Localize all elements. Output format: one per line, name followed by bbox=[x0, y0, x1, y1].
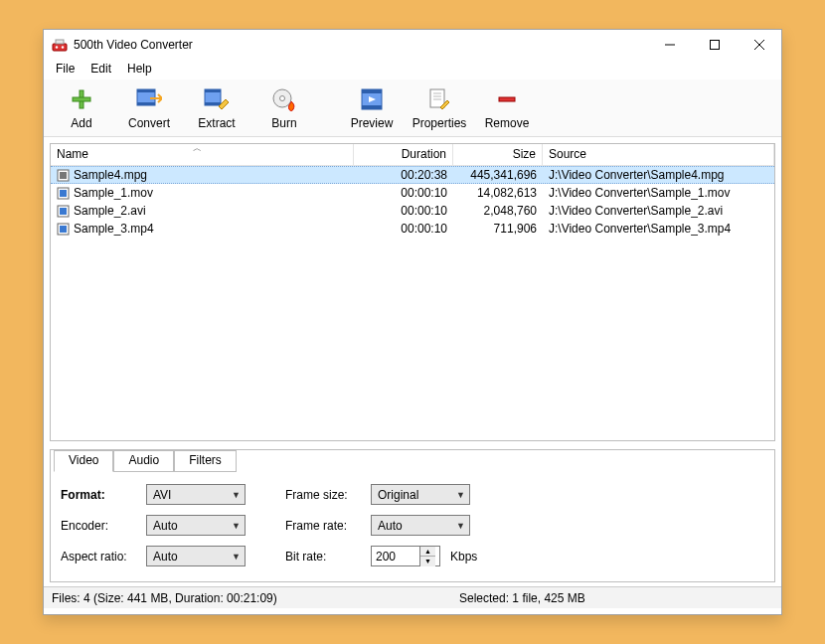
add-button[interactable]: Add bbox=[48, 81, 115, 135]
file-icon bbox=[57, 187, 70, 200]
encoder-combo[interactable]: Auto▼ bbox=[146, 515, 246, 536]
status-selected: Selected: 1 file, 425 MB bbox=[429, 591, 773, 605]
column-source[interactable]: Source bbox=[543, 144, 774, 165]
maximize-button[interactable] bbox=[692, 31, 737, 59]
column-name[interactable]: Name︿ bbox=[51, 144, 354, 165]
table-row[interactable]: Sample_2.avi00:00:102,048,760J:\Video Co… bbox=[51, 202, 774, 220]
spinner-down-icon[interactable]: ▼ bbox=[420, 557, 435, 566]
film-preview-icon bbox=[358, 85, 386, 113]
bitrate-unit: Kbps bbox=[450, 550, 477, 564]
remove-button[interactable]: Remove bbox=[473, 81, 541, 135]
format-value: AVI bbox=[153, 488, 171, 502]
bitrate-field[interactable] bbox=[372, 550, 419, 564]
column-name-label: Name bbox=[57, 147, 88, 161]
svg-rect-20 bbox=[362, 105, 382, 109]
file-name: Sample_1.mov bbox=[74, 186, 153, 200]
svg-rect-22 bbox=[430, 89, 444, 107]
svg-point-1 bbox=[56, 46, 58, 48]
file-duration: 00:20:38 bbox=[354, 167, 453, 183]
tab-filters[interactable]: Filters bbox=[174, 450, 237, 472]
minus-icon bbox=[493, 85, 521, 113]
convert-button[interactable]: Convert bbox=[115, 81, 183, 135]
extract-label: Extract bbox=[198, 116, 235, 130]
file-size: 14,082,613 bbox=[453, 185, 543, 201]
file-icon bbox=[57, 205, 70, 218]
plus-icon bbox=[68, 85, 95, 113]
encoder-label: Encoder: bbox=[61, 519, 140, 533]
spinner-up-icon[interactable]: ▲ bbox=[420, 547, 435, 557]
table-row[interactable]: Sample4.mpg00:20:38445,341,696J:\Video C… bbox=[51, 166, 774, 184]
bitrate-spinner[interactable]: ▲▼ bbox=[419, 547, 435, 566]
table-row[interactable]: Sample_1.mov00:00:1014,082,613J:\Video C… bbox=[51, 184, 774, 202]
svg-point-2 bbox=[62, 46, 64, 48]
tab-video[interactable]: Video bbox=[54, 450, 113, 472]
list-body[interactable]: Sample4.mpg00:20:38445,341,696J:\Video C… bbox=[51, 166, 774, 440]
extract-button[interactable]: Extract bbox=[183, 81, 250, 135]
file-size: 711,906 bbox=[453, 221, 543, 237]
menu-file[interactable]: File bbox=[48, 60, 82, 80]
file-size: 2,048,760 bbox=[453, 203, 543, 219]
file-icon bbox=[57, 169, 70, 182]
tabs-strip: Video Audio Filters bbox=[54, 449, 774, 471]
chevron-down-icon: ▼ bbox=[456, 490, 465, 500]
add-label: Add bbox=[71, 116, 91, 130]
file-duration: 00:00:10 bbox=[354, 203, 453, 219]
format-label: Format: bbox=[61, 488, 140, 502]
svg-rect-34 bbox=[60, 226, 67, 233]
file-duration: 00:00:10 bbox=[354, 185, 453, 201]
chevron-down-icon: ▼ bbox=[456, 521, 465, 531]
framesize-value: Original bbox=[378, 488, 418, 502]
properties-button[interactable]: Properties bbox=[406, 81, 473, 135]
format-combo[interactable]: AVI▼ bbox=[146, 484, 246, 505]
aspect-label: Aspect ratio: bbox=[61, 550, 140, 564]
file-source: J:\Video Converter\Sample_3.mp4 bbox=[543, 221, 774, 237]
file-icon bbox=[57, 223, 70, 236]
tab-audio[interactable]: Audio bbox=[113, 450, 174, 472]
framesize-combo[interactable]: Original▼ bbox=[371, 484, 470, 505]
sort-indicator-icon: ︿ bbox=[193, 142, 202, 155]
svg-rect-30 bbox=[60, 190, 67, 197]
menu-edit[interactable]: Edit bbox=[82, 60, 119, 80]
film-convert-icon bbox=[135, 85, 163, 113]
titlebar: 500th Video Converter bbox=[44, 30, 781, 60]
disc-burn-icon bbox=[270, 85, 298, 113]
svg-rect-14 bbox=[205, 89, 221, 92]
preview-button[interactable]: Preview bbox=[338, 81, 406, 135]
convert-label: Convert bbox=[128, 116, 170, 130]
menu-help[interactable]: Help bbox=[119, 60, 160, 80]
column-size[interactable]: Size bbox=[453, 144, 543, 165]
framerate-value: Auto bbox=[378, 519, 403, 533]
svg-rect-19 bbox=[362, 89, 382, 93]
svg-rect-12 bbox=[137, 102, 155, 105]
svg-rect-32 bbox=[60, 208, 67, 215]
svg-rect-11 bbox=[137, 89, 155, 92]
aspect-value: Auto bbox=[153, 550, 178, 564]
status-summary: Files: 4 (Size: 441 MB, Duration: 00:21:… bbox=[52, 591, 429, 605]
minimize-button[interactable] bbox=[647, 31, 692, 59]
properties-icon bbox=[425, 85, 453, 113]
table-row[interactable]: Sample_3.mp400:00:10711,906J:\Video Conv… bbox=[51, 220, 774, 238]
file-source: J:\Video Converter\Sample_1.mov bbox=[543, 185, 774, 201]
column-duration[interactable]: Duration bbox=[354, 144, 453, 165]
svg-rect-5 bbox=[710, 41, 719, 50]
settings-panel: Video Audio Filters Format: AVI▼ Encoder… bbox=[50, 449, 775, 582]
window-title: 500th Video Converter bbox=[74, 38, 193, 52]
aspect-combo[interactable]: Auto▼ bbox=[146, 546, 246, 566]
file-source: J:\Video Converter\Sample_2.avi bbox=[543, 203, 774, 219]
close-button[interactable] bbox=[737, 31, 781, 59]
menubar: File Edit Help bbox=[44, 60, 781, 80]
toolbar: Add Convert Extract Burn Preview Propert… bbox=[44, 80, 781, 137]
preview-label: Preview bbox=[351, 116, 394, 130]
framerate-label: Frame rate: bbox=[285, 519, 365, 533]
burn-label: Burn bbox=[271, 116, 296, 130]
file-name: Sample4.mpg bbox=[74, 168, 147, 182]
extract-icon bbox=[203, 85, 231, 113]
properties-label: Properties bbox=[412, 116, 467, 130]
bitrate-input[interactable]: ▲▼ bbox=[371, 546, 440, 566]
svg-point-17 bbox=[280, 96, 285, 101]
file-list: Name︿ Duration Size Source Sample4.mpg00… bbox=[50, 143, 775, 441]
burn-button[interactable]: Burn bbox=[250, 81, 318, 135]
svg-rect-15 bbox=[205, 102, 221, 105]
framerate-combo[interactable]: Auto▼ bbox=[371, 515, 470, 536]
file-size: 445,341,696 bbox=[453, 167, 543, 183]
